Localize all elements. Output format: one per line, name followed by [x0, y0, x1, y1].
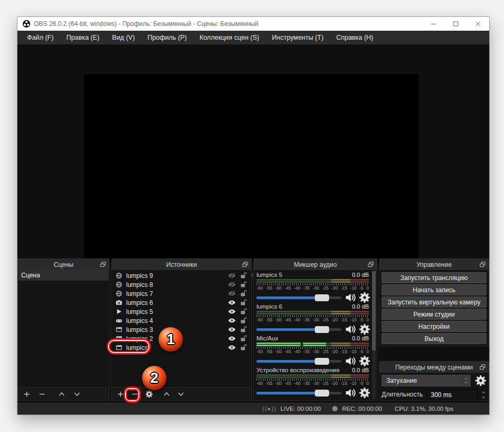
gear-icon	[359, 323, 370, 335]
lock-open-icon[interactable]	[240, 290, 247, 298]
globe-icon	[116, 272, 122, 279]
eye-off-icon[interactable]	[228, 272, 236, 280]
gear-icon	[359, 292, 370, 303]
mute-button[interactable]	[345, 323, 357, 335]
channel-settings-button[interactable]	[359, 387, 370, 399]
eye-icon[interactable]	[228, 317, 236, 325]
volume-slider-handle[interactable]	[315, 390, 329, 397]
level-readout: 0.0 dB	[352, 335, 369, 341]
studio-mode-button[interactable]: Режим студии	[382, 309, 487, 320]
eye-icon[interactable]	[228, 308, 236, 316]
source-row[interactable]: lumpics 8	[112, 280, 251, 289]
channel-settings-button[interactable]	[359, 292, 370, 303]
eye-icon[interactable]	[228, 299, 236, 307]
menu-item-edit[interactable]: Правка (E)	[60, 31, 105, 44]
scrollbar-thumb[interactable]	[372, 271, 376, 350]
annotation-ring-remove-button	[123, 386, 141, 403]
source-row[interactable]: lumpics 4	[112, 316, 251, 325]
controls-panel: Управление Запустить трансляцию Начать з…	[379, 258, 489, 346]
mute-button[interactable]	[345, 292, 357, 303]
mixer-channel: Устройство воспроизведения 0.0 dB -60-55…	[254, 367, 372, 398]
start-virtual-camera-button[interactable]: Запустить виртуальную камеру	[382, 296, 487, 308]
gear-icon	[359, 387, 370, 399]
mixer-scrollbar[interactable]	[372, 271, 376, 399]
duration-input[interactable]: 300 ms	[426, 389, 478, 400]
start-recording-button[interactable]: Начать запись	[382, 284, 487, 295]
transitions-body: Затухание Длительность 300 ms	[379, 373, 489, 400]
lock-open-icon[interactable]	[240, 272, 247, 280]
channel-settings-button[interactable]	[359, 323, 370, 335]
eye-icon[interactable]	[228, 344, 236, 352]
close-button[interactable]	[467, 17, 489, 31]
gamepad-icon	[116, 317, 122, 324]
source-row[interactable]: lumpics 7	[112, 289, 251, 298]
menu-item-file[interactable]: Файл (F)	[21, 31, 60, 44]
source-row[interactable]: lumpics 5	[112, 307, 251, 316]
volume-slider[interactable]	[257, 392, 341, 394]
mixer-panel-header: Микшер аудио	[254, 259, 377, 270]
level-readout: 0.0 dB	[352, 303, 369, 310]
source-up-button[interactable]	[162, 390, 171, 399]
scenes-panel-header: Сцены	[18, 259, 109, 270]
menu-item-help[interactable]: Справка (H)	[330, 31, 379, 44]
menu-item-view[interactable]: Вид (V)	[106, 31, 142, 44]
duration-spinner[interactable]	[479, 389, 488, 400]
window-title: OBS 26.0.2 (64-bit, windows) - Профиль: …	[34, 20, 258, 28]
popout-dock-icon	[479, 260, 487, 268]
transition-settings-button[interactable]	[475, 375, 487, 386]
transition-select[interactable]: Затухание	[382, 375, 471, 386]
volume-slider[interactable]	[257, 328, 341, 331]
source-row[interactable]: lumpics 3	[112, 325, 251, 334]
scenes-toolbar	[18, 387, 109, 400]
lock-open-icon[interactable]	[240, 308, 247, 316]
volume-slider[interactable]	[257, 296, 341, 299]
start-streaming-button[interactable]: Запустить трансляцию	[382, 272, 487, 283]
eye-icon[interactable]	[228, 335, 236, 343]
add-scene-button[interactable]	[22, 390, 31, 399]
status-bar: ((●)) LIVE: 00:00:00 REC: 00:00:00 CPU: …	[17, 402, 489, 415]
eye-icon[interactable]	[228, 326, 236, 334]
source-properties-button[interactable]	[145, 390, 154, 399]
lock-open-icon[interactable]	[240, 326, 247, 334]
source-down-button[interactable]	[176, 390, 185, 399]
combo-spinner[interactable]	[462, 375, 470, 386]
lock-open-icon[interactable]	[240, 344, 247, 352]
menu-item-tools[interactable]: Инструменты (T)	[266, 31, 330, 44]
popout-dock-icon	[99, 260, 107, 268]
channel-settings-button[interactable]	[359, 355, 370, 367]
lock-open-icon[interactable]	[240, 299, 247, 307]
settings-button[interactable]: Настройки	[382, 321, 487, 332]
volume-slider-handle[interactable]	[315, 358, 329, 365]
gear-icon	[475, 375, 487, 386]
volume-slider-handle[interactable]	[315, 326, 329, 333]
mute-button[interactable]	[345, 387, 357, 399]
lock-open-icon[interactable]	[240, 317, 247, 325]
rec-dot-icon	[332, 406, 338, 411]
lock-open-icon[interactable]	[240, 335, 247, 343]
level-readout: 0.0 dB	[352, 272, 369, 278]
mute-button[interactable]	[345, 355, 357, 367]
maximize-button[interactable]	[445, 17, 467, 31]
controls-body: Запустить трансляцию Начать запись Запус…	[379, 270, 489, 346]
media-icon	[116, 308, 122, 315]
speaker-icon	[345, 323, 357, 335]
camera-icon	[116, 299, 122, 306]
minimize-button[interactable]	[422, 17, 445, 31]
scene-down-button[interactable]	[73, 390, 82, 399]
volume-slider[interactable]	[257, 360, 341, 363]
eye-off-icon[interactable]	[228, 281, 236, 289]
menu-item-profile[interactable]: Профиль (P)	[141, 31, 193, 44]
scene-up-button[interactable]	[57, 390, 66, 399]
eye-off-icon[interactable]	[228, 290, 236, 298]
gear-icon	[359, 355, 370, 367]
source-row[interactable]: lumpics 9	[112, 271, 251, 280]
lock-open-icon[interactable]	[240, 281, 247, 289]
level-readout: 0.0 dB	[352, 367, 369, 373]
scene-item[interactable]: Сцена	[19, 270, 109, 281]
menu-item-scene-collection[interactable]: Коллекция сцен (S)	[193, 31, 266, 44]
volume-slider-handle[interactable]	[315, 294, 329, 301]
obs-window: OBS 26.0.2 (64-bit, windows) - Профиль: …	[17, 17, 489, 415]
source-row[interactable]: lumpics 6	[112, 298, 251, 307]
remove-scene-button[interactable]	[38, 390, 47, 399]
exit-button[interactable]: Выход	[382, 333, 487, 344]
